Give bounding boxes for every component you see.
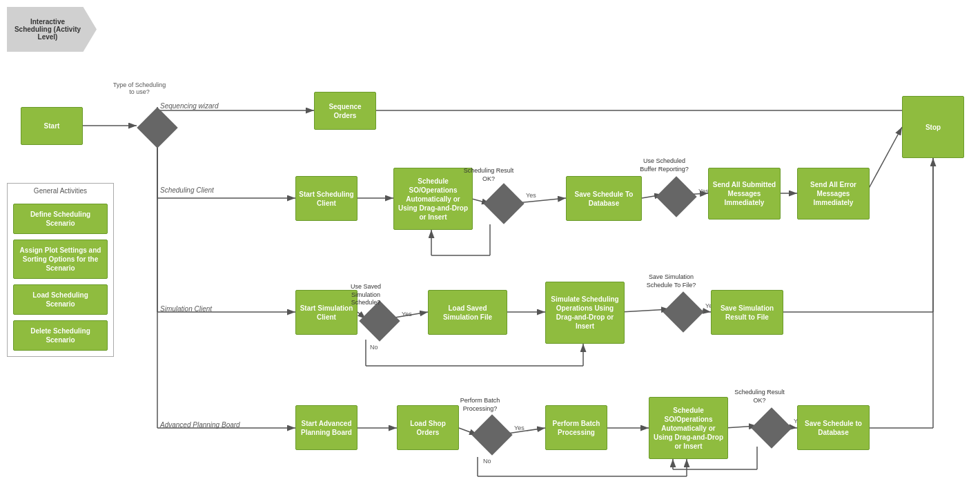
label-scheduling-result: Scheduling Result OK? (461, 167, 516, 183)
activity-delete[interactable]: Delete Scheduling Scenario (13, 320, 108, 351)
stop-box[interactable]: Stop (902, 96, 964, 158)
label-save-sim-file: Save Simulation Schedule To File? (642, 273, 700, 289)
simulate-ops-box[interactable]: Simulate Scheduling Operations Using Dra… (545, 282, 625, 344)
send-error-box[interactable]: Send All Error Messages Immediately (797, 168, 870, 220)
row-label-simulation: Simulation Client (160, 305, 212, 313)
activity-define[interactable]: Define Scheduling Scenario (13, 204, 108, 234)
svg-line-18 (866, 127, 902, 193)
general-activities-title: General Activities (8, 184, 113, 198)
yes-perform-batch: Yes (514, 425, 525, 431)
row-label-scheduling: Scheduling Client (160, 186, 214, 194)
start-box[interactable]: Start (21, 107, 83, 145)
label-use-saved-sim: Use Saved Simulation Schedule? (338, 283, 393, 307)
diagram-container: Interactive Scheduling (Activity Level) … (0, 0, 980, 497)
schedule-so-ops2-box[interactable]: Schedule SO/Operations Automatically or … (649, 397, 728, 459)
start-apb-box[interactable]: Start Advanced Planning Board (295, 405, 357, 450)
swimlane-header: Interactive Scheduling (Activity Level) (7, 7, 97, 52)
diamond-result-ok2 (751, 407, 792, 449)
save-schedule-db2-box[interactable]: Save Schedule to Database (797, 405, 870, 450)
yes-scheduling-result: Yes (526, 192, 536, 199)
sequence-orders-box[interactable]: Sequence Orders (314, 92, 376, 130)
load-shop-orders-box[interactable]: Load Shop Orders (397, 405, 459, 450)
no-use-saved-sim: No (370, 344, 378, 351)
diamond-perform-batch (471, 414, 513, 456)
perform-batch-box[interactable]: Perform Batch Processing (545, 405, 607, 450)
save-sim-result-box[interactable]: Save Simulation Result to File (711, 290, 783, 335)
save-schedule-db-box[interactable]: Save Schedule To Database (566, 176, 642, 221)
no-perform-batch: No (483, 458, 491, 465)
type-scheduling-label: Type of Scheduling to use? (112, 81, 167, 95)
start-scheduling-client-box[interactable]: Start Scheduling Client (295, 176, 357, 221)
yes-use-saved-sim: Yes (402, 311, 412, 318)
activity-load[interactable]: Load Scheduling Scenario (13, 284, 108, 315)
label-result-ok2: Scheduling Result OK? (730, 389, 789, 405)
label-buffer: Use Scheduled Buffer Reporting? (635, 157, 694, 173)
label-perform-batch: Perform Batch Processing? (451, 397, 509, 413)
diamond-save-sim-file (663, 291, 704, 333)
diamond-type-scheduling (137, 107, 178, 148)
activity-assign[interactable]: Assign Plot Settings and Sorting Options… (13, 240, 108, 279)
general-activities-panel: General Activities Define Scheduling Sce… (7, 183, 114, 357)
send-submitted-box[interactable]: Send All Submitted Messages Immediately (708, 168, 781, 220)
diamond-buffer (656, 176, 697, 217)
row-label-apb: Advanced Planning Board (160, 421, 240, 429)
diamond-scheduling-result (483, 183, 525, 224)
load-saved-sim-box[interactable]: Load Saved Simulation File (428, 290, 507, 335)
yes-buffer: Yes (698, 188, 709, 195)
